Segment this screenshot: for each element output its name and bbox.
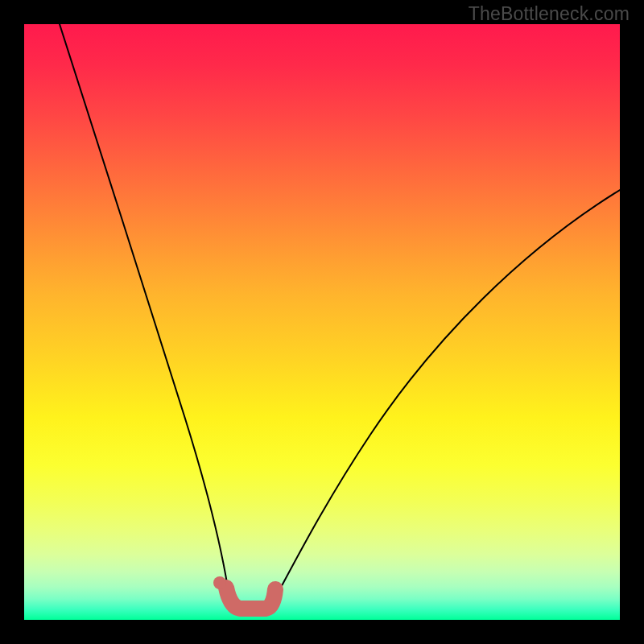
right-branch-curve <box>272 190 620 604</box>
chart-frame: TheBottleneck.com <box>0 0 644 644</box>
left-branch-curve <box>60 24 233 607</box>
plot-area <box>24 24 620 620</box>
watermark-text: TheBottleneck.com <box>469 3 630 25</box>
trough-marker <box>226 588 275 609</box>
curve-layer <box>24 24 620 620</box>
trough-left-dot <box>213 576 226 589</box>
